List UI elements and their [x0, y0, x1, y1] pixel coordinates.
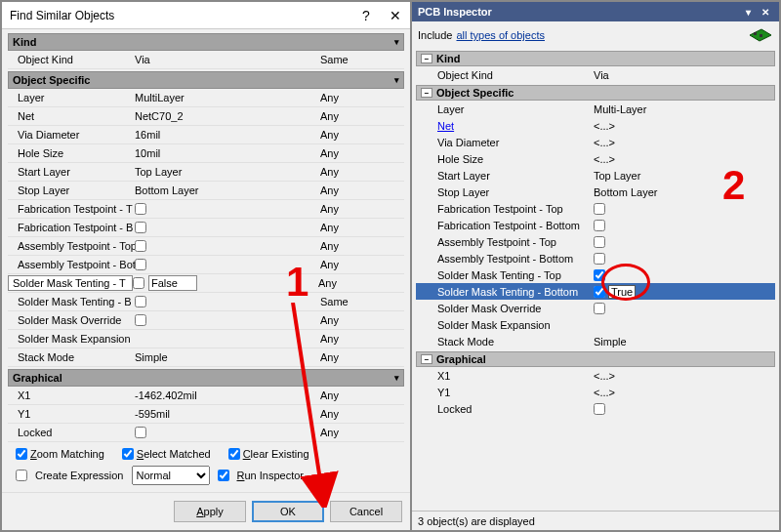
locked-check[interactable] [135, 427, 146, 438]
dialog-buttons: Apply OK Cancel [2, 492, 410, 530]
irow-x1[interactable]: X1<...> [416, 367, 775, 384]
row-asm-tp-top[interactable]: Assembly Testpoint - TopAny [8, 237, 404, 256]
svg-rect-2 [760, 34, 762, 37]
i-sm-tent-top-check[interactable] [594, 269, 605, 281]
collapse-icon[interactable]: − [421, 354, 432, 364]
fab-tp-bot-check[interactable] [135, 222, 146, 233]
fab-tp-top-check[interactable] [135, 203, 146, 215]
row-via-diameter[interactable]: Via Diameter16milAny [8, 126, 404, 144]
row-x1[interactable]: X1-1462.402milAny [8, 387, 404, 405]
row-hole-size[interactable]: Hole Size10milAny [8, 144, 404, 163]
sm-override-check[interactable] [135, 314, 146, 326]
section-kind[interactable]: Kind▾ [8, 33, 404, 51]
i-sm-tent-bot-value[interactable]: True [608, 285, 636, 299]
dialog-titlebar: Find Similar Objects ? ✕ [2, 2, 410, 29]
irow-asm-tp-top[interactable]: Assembly Testpoint - Top [416, 233, 775, 250]
irow-locked[interactable]: Locked [416, 400, 775, 417]
dialog-title: Find Similar Objects [10, 9, 351, 22]
insp-section-obj[interactable]: −Object Specific [416, 85, 775, 101]
irow-sm-override[interactable]: Solder Mask Override [416, 300, 775, 316]
i-asm-tp-top-check[interactable] [594, 236, 605, 248]
row-start-layer[interactable]: Start LayerTop LayerAny [8, 163, 404, 182]
row-fab-tp-top[interactable]: Fabrication Testpoint - TAny [8, 200, 404, 219]
asm-tp-top-check[interactable] [135, 240, 146, 252]
irow-sm-tent-bot[interactable]: Solder Mask Tenting - BottomTrue [416, 283, 775, 300]
inspector-footer: 3 object(s) are displayed [412, 511, 779, 530]
clear-label: Clear Existing [243, 448, 309, 460]
zoom-check[interactable] [16, 448, 27, 460]
irow-fab-tp-top[interactable]: Fabrication Testpoint - Top [416, 200, 775, 217]
irow-sm-tent-top[interactable]: Solder Mask Tenting - Top [416, 266, 775, 283]
irow-fab-tp-bot[interactable]: Fabrication Testpoint - Bottom [416, 217, 775, 233]
irow-y1[interactable]: Y1<...> [416, 384, 775, 400]
row-sm-expansion[interactable]: Solder Mask ExpansionAny [8, 330, 404, 348]
svg-rect-1 [754, 32, 757, 35]
inspector-titlebar: PCB Inspector ▾ ✕ [412, 2, 779, 21]
inspector-include: Include all types of objects [412, 21, 779, 49]
run-label: Run Inspector [237, 470, 305, 481]
mask-select[interactable]: Normal [132, 466, 210, 485]
collapse-icon[interactable]: − [421, 54, 432, 63]
irow-stop-layer[interactable]: Stop LayerBottom Layer [416, 184, 775, 200]
row-sm-tent-bot[interactable]: Solder Mask Tenting - BSame [8, 293, 404, 311]
inspector-title: PCB Inspector [418, 6, 492, 18]
close-icon[interactable]: ✕ [758, 4, 773, 20]
select-check[interactable] [122, 448, 134, 460]
expr-check[interactable] [16, 470, 27, 481]
i-sm-override-check[interactable] [594, 303, 605, 314]
row-layer[interactable]: LayerMultiLayerAny [8, 89, 404, 107]
collapse-icon[interactable]: − [421, 88, 432, 98]
pcb-icon [746, 25, 773, 45]
help-button[interactable]: ? [351, 2, 381, 29]
insp-section-kind[interactable]: −Kind [416, 51, 775, 66]
clear-check[interactable] [228, 448, 240, 460]
i-fab-tp-bot-check[interactable] [594, 220, 605, 231]
row-object-kind[interactable]: Object KindViaSame [8, 51, 404, 69]
expr-label: Create Expression [35, 470, 124, 481]
net-label-link[interactable]: Net [437, 120, 454, 132]
sm-tent-bot-check[interactable] [135, 296, 146, 307]
chevron-down-icon: ▾ [394, 373, 399, 383]
cancel-button[interactable]: Cancel [330, 501, 402, 522]
zoom-label: Zoom Matching [30, 448, 104, 460]
row-net[interactable]: NetNetC70_2Any [8, 107, 404, 126]
row-y1[interactable]: Y1-595milAny [8, 405, 404, 424]
irow-layer[interactable]: LayerMulti-Layer [416, 101, 775, 117]
row-stop-layer[interactable]: Stop LayerBottom LayerAny [8, 182, 404, 200]
dropdown-icon[interactable]: ▾ [740, 4, 756, 20]
row-sm-override[interactable]: Solder Mask OverrideAny [8, 311, 404, 330]
row-locked[interactable]: LockedAny [8, 424, 404, 442]
close-button[interactable]: ✕ [381, 2, 410, 29]
i-locked-check[interactable] [594, 403, 605, 415]
irow-hole-size[interactable]: Hole Size<...> [416, 150, 775, 167]
irow-stack-mode[interactable]: Stack ModeSimple [416, 333, 775, 349]
i-fab-tp-top-check[interactable] [594, 203, 605, 215]
row-stack-mode[interactable]: Stack ModeSimpleAny [8, 348, 404, 367]
include-link[interactable]: all types of objects [456, 29, 545, 41]
apply-button[interactable]: Apply [174, 501, 246, 522]
section-graphical[interactable]: Graphical▾ [8, 369, 404, 387]
section-object-specific[interactable]: Object Specific▾ [8, 71, 404, 89]
irow-asm-tp-bot[interactable]: Assembly Testpoint - Bottom [416, 250, 775, 266]
irow-object-kind[interactable]: Object KindVia [416, 66, 775, 83]
i-sm-tent-bot-check[interactable] [594, 286, 605, 298]
options-area: Zoom Matching Select Matched Clear Exist… [8, 442, 404, 485]
row-asm-tp-bot[interactable]: Assembly Testpoint - BotAny [8, 256, 404, 274]
i-asm-tp-bot-check[interactable] [594, 253, 605, 265]
irow-sm-expansion[interactable]: Solder Mask Expansion [416, 316, 775, 333]
irow-net[interactable]: Net<...> [416, 117, 775, 134]
ok-button[interactable]: OK [252, 501, 324, 522]
irow-start-layer[interactable]: Start LayerTop Layer [416, 167, 775, 184]
sm-tent-top-check[interactable] [133, 277, 144, 289]
dialog-body: Kind▾ Object KindViaSame Object Specific… [2, 29, 410, 492]
sm-tent-top-value[interactable]: False [148, 275, 197, 291]
find-similar-dialog: Find Similar Objects ? ✕ Kind▾ Object Ki… [2, 2, 412, 530]
asm-tp-bot-check[interactable] [135, 259, 146, 270]
row-sm-tent-top[interactable]: Solder Mask Tenting - TFalseAny [8, 274, 404, 293]
select-label: Select Matched [137, 448, 211, 460]
row-fab-tp-bot[interactable]: Fabrication Testpoint - BAny [8, 219, 404, 237]
pcb-inspector-panel: PCB Inspector ▾ ✕ Include all types of o… [412, 2, 779, 530]
irow-via-diameter[interactable]: Via Diameter<...> [416, 134, 775, 150]
run-check[interactable] [218, 470, 229, 481]
insp-section-gfx[interactable]: −Graphical [416, 351, 775, 367]
